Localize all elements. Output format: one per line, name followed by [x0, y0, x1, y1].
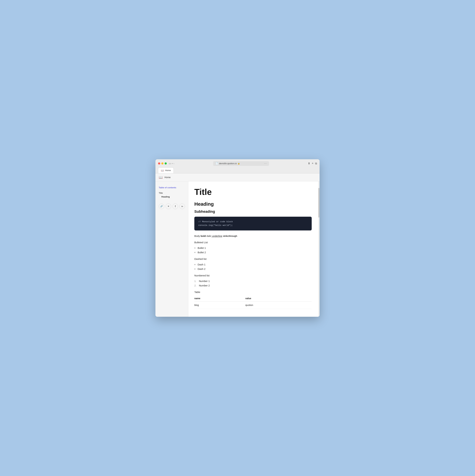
browser-actions: ⬆ + ⧉	[308, 162, 317, 165]
share-x-button[interactable]: ✕	[166, 204, 171, 209]
minimize-button[interactable]	[161, 162, 163, 165]
share-facebook-button[interactable]: f	[173, 204, 178, 209]
link-icon: 🔗	[160, 205, 163, 207]
address-bar[interactable]: 📄 devrsi0n.quotion.co 🔒 ···	[213, 161, 269, 166]
share-link-button[interactable]: 🔗	[159, 204, 164, 209]
app-body: Table of contents Title Heading 🔗 ✕ f	[156, 181, 319, 317]
bullet-list: Bullet 1 Bullet 2	[194, 246, 312, 255]
code-block: // Monostyled or code block console.log(…	[194, 217, 312, 230]
sidebar-toggle-icon[interactable]: ▭	[169, 162, 171, 165]
linkedin-icon: in	[181, 205, 183, 207]
url-text: devrsi0n.quotion.co	[219, 162, 237, 165]
new-tab-icon[interactable]: +	[312, 162, 314, 165]
article-title: Title	[194, 187, 312, 197]
lock-icon: 🔒	[238, 162, 240, 165]
body-plain: Body	[194, 235, 201, 237]
body-text: Body bold italic underline strikethrough	[194, 234, 312, 238]
app-home-label: Home	[164, 176, 171, 179]
table-row: blog quotion	[194, 302, 312, 309]
address-url: 📄 devrsi0n.quotion.co 🔒	[215, 162, 240, 165]
table-header-row: name value	[194, 295, 312, 302]
table-cell-name: blog	[194, 302, 245, 309]
browser-titlebar: ▭ ▾ ‹ 📄 devrsi0n.quotion.co 🔒 ··· ⬆	[158, 161, 317, 166]
browser-content: 📖 Home Table of contents Title Heading 🔗…	[156, 173, 319, 317]
list-item: 2. Number 2	[194, 283, 312, 288]
list-item: Bullet 1	[194, 246, 312, 250]
page-icon: 📄	[215, 162, 218, 165]
traffic-lights	[158, 162, 167, 165]
tab-bar: 📖 Home	[158, 168, 317, 173]
numbered-list-label: Numbered list	[194, 274, 312, 277]
table-col-value-header: value	[245, 295, 312, 302]
list-item: Dash 2	[194, 267, 312, 271]
list-item: Bullet 2	[194, 250, 312, 255]
tabs-overview-icon[interactable]: ⧉	[315, 162, 317, 165]
close-button[interactable]	[158, 162, 160, 165]
browser-window: ▭ ▾ ‹ 📄 devrsi0n.quotion.co 🔒 ··· ⬆	[156, 159, 319, 317]
body-underline: underline	[211, 235, 222, 237]
list-item: Dash 1	[194, 262, 312, 267]
code-line-2: console.log("hello world");	[198, 223, 308, 227]
browser-chrome: ▭ ▾ ‹ 📄 devrsi0n.quotion.co 🔒 ··· ⬆	[156, 159, 319, 173]
app-header: 📖 Home	[156, 173, 319, 181]
table-cell-value: quotion	[245, 302, 312, 309]
article-subheading: Subheading	[194, 209, 312, 214]
scrollbar-track[interactable]	[318, 181, 319, 317]
article-content: Title Heading Subheading // Monostyled o…	[188, 181, 319, 317]
body-italic: italic	[206, 235, 211, 237]
code-line-1: // Monostyled or code block	[198, 220, 308, 223]
facebook-icon: f	[175, 205, 176, 208]
body-bold: bold	[201, 235, 206, 237]
social-icons: 🔗 ✕ f in	[159, 204, 185, 209]
toc-item-heading[interactable]: Heading	[159, 195, 185, 199]
dashed-list: Dash 1 Dash 2	[194, 262, 312, 271]
list-item: 1. Number 1	[194, 279, 312, 283]
tab-icon: 📖	[161, 169, 164, 172]
back-button[interactable]: ‹	[174, 162, 174, 165]
article-heading: Heading	[194, 201, 312, 207]
window-controls: ▭ ▾ ‹	[169, 162, 174, 165]
share-icon[interactable]: ⬆	[308, 162, 310, 165]
dashed-list-label: Dashed list	[194, 257, 312, 260]
numbered-list: 1. Number 1 2. Number 2	[194, 279, 312, 288]
toc-heading: Table of contents	[159, 186, 185, 189]
chevron-down-icon: ▾	[172, 162, 173, 165]
home-tab[interactable]: 📖 Home	[158, 168, 174, 173]
body-strikethrough: strikethrough	[223, 235, 237, 237]
toc-item-title[interactable]: Title	[159, 191, 185, 195]
table-col-name-header: name	[194, 295, 245, 302]
address-more-icon[interactable]: ···	[264, 162, 267, 165]
app-logo-icon: 📖	[159, 175, 163, 179]
table-label: Table	[194, 291, 312, 293]
article-wrapper: Title Heading Subheading // Monostyled o…	[188, 181, 319, 317]
x-icon: ✕	[168, 205, 169, 207]
data-table: name value blog quotion	[194, 295, 312, 309]
scrollbar-thumb[interactable]	[318, 188, 319, 218]
share-linkedin-button[interactable]: in	[179, 204, 185, 209]
tab-label: Home	[165, 169, 171, 171]
sidebar: Table of contents Title Heading 🔗 ✕ f	[156, 181, 188, 317]
bulleted-list-label: Bulleted List	[194, 241, 312, 244]
address-bar-wrapper: 📄 devrsi0n.quotion.co 🔒 ···	[176, 161, 306, 166]
fullscreen-button[interactable]	[165, 162, 167, 165]
